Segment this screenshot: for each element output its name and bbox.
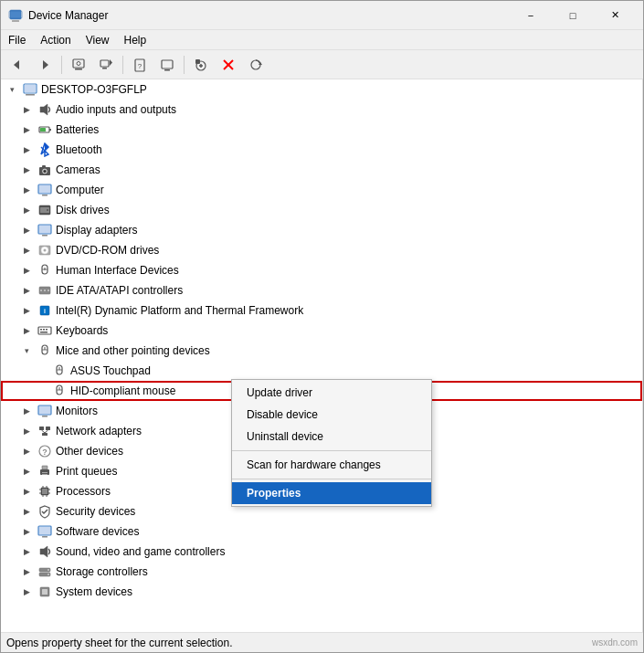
security-icon [37,503,53,520]
batteries-label: Batteries [56,123,99,136]
window-title: Device Manager [28,9,510,22]
display-button[interactable] [154,53,180,77]
tree-item-asus-touchpad[interactable]: ASUS Touchpad [1,361,642,381]
context-menu-update-driver[interactable]: Update driver [232,382,431,404]
svg-rect-0 [10,10,21,19]
expand-intel[interactable]: ▶ [19,303,34,318]
svg-rect-94 [42,536,48,538]
tree-item-display[interactable]: ▶ Display adapters [1,220,642,240]
expand-display[interactable]: ▶ [19,223,34,237]
keyboards-label: Keyboards [56,324,108,337]
touchpad-icon [51,363,68,379]
audio-icon [37,101,53,118]
svg-marker-26 [40,104,48,115]
computer-icon [22,81,38,98]
menu-action[interactable]: Action [33,32,78,48]
svg-rect-60 [40,332,48,333]
svg-marker-4 [43,60,48,69]
sound-label: Sound, video and game controllers [56,545,225,558]
computer-label: Computer [56,184,104,196]
menu-file[interactable]: File [1,32,33,48]
tree-item-audio[interactable]: ▶ Audio inputs and outputs [1,100,642,120]
svg-point-97 [48,569,49,571]
context-menu-uninstall-device[interactable]: Uninstall device [232,426,431,448]
tree-root[interactable]: ▾ DESKTOP-O3FGFLP [1,79,642,100]
expand-bluetooth[interactable]: ▶ [19,142,34,157]
svg-rect-13 [162,60,173,68]
menu-help[interactable]: Help [117,32,154,48]
expand-cameras[interactable]: ▶ [19,163,34,177]
tree-item-mice[interactable]: ▾ Mice and other pointing devices [1,341,642,361]
disk-label: Disk drives [56,204,110,216]
print-icon [37,463,53,479]
close-button[interactable]: ✕ [594,1,636,30]
svg-rect-24 [26,94,35,96]
expand-security[interactable]: ▶ [19,504,34,519]
expand-other[interactable]: ▶ [19,444,34,458]
svg-rect-25 [25,85,36,92]
tree-item-disk[interactable]: ▶ Disk drives [1,200,642,220]
expand-hid[interactable]: ▶ [19,263,34,278]
expand-computer[interactable]: ▶ [19,183,34,197]
bluetooth-label: Bluetooth [56,143,102,156]
tree-item-storage[interactable]: ▶ Storage controllers [1,562,642,582]
expand-mice[interactable]: ▾ [19,343,34,358]
svg-rect-28 [49,129,51,131]
context-menu-scan-hardware[interactable]: Scan for hardware changes [232,454,431,476]
tree-item-bluetooth[interactable]: ▶ Bluetooth [1,140,642,160]
tree-item-hid[interactable]: ▶ Human Interface Devices [1,260,642,280]
expand-root[interactable]: ▾ [5,82,19,97]
back-button[interactable] [5,53,30,77]
expand-processors[interactable]: ▶ [19,484,34,499]
expand-asus[interactable] [34,363,48,378]
svg-rect-80 [42,466,48,469]
keyboard-icon [37,322,53,339]
svg-point-51 [40,290,42,291]
svg-rect-43 [42,235,48,237]
properties-button[interactable] [66,53,91,77]
expand-hid-mouse[interactable] [34,384,48,398]
expand-dvd[interactable]: ▶ [19,243,34,258]
tree-item-cameras[interactable]: ▶ Cameras [1,160,642,180]
context-menu-properties[interactable]: Properties [232,482,431,504]
tree-item-batteries[interactable]: ▶ Batteries [1,120,642,140]
remove-button[interactable] [216,53,241,77]
print-label: Print queues [56,465,117,478]
expand-storage[interactable]: ▶ [19,564,34,579]
tree-item-system[interactable]: ▶ System devices [1,582,642,602]
add-button[interactable] [188,53,214,77]
expand-system[interactable]: ▶ [19,585,34,599]
expand-disk[interactable]: ▶ [19,203,34,217]
computer-device-icon [37,182,53,198]
tree-item-intel[interactable]: ▶ i Intel(R) Dynamic Platform and Therma… [1,300,642,321]
tree-item-keyboards[interactable]: ▶ Keyboards [1,321,642,341]
minimize-button[interactable]: − [510,1,552,30]
expand-batteries[interactable]: ▶ [19,122,34,137]
expand-network[interactable]: ▶ [19,424,34,438]
expand-software[interactable]: ▶ [19,524,34,539]
maximize-button[interactable]: □ [552,1,594,30]
device-tree[interactable]: ▾ DESKTOP-O3FGFLP ▶ [1,79,643,632]
context-menu-disable-device[interactable]: Disable device [232,404,431,426]
forward-button[interactable] [32,53,58,77]
tree-item-dvd[interactable]: ▶ DVD/CD-ROM drives [1,240,642,260]
refresh-button[interactable] [243,53,269,77]
update-button[interactable] [93,53,119,77]
expand-monitors[interactable]: ▶ [19,404,34,418]
tree-item-computer[interactable]: ▶ Computer [1,180,642,200]
expand-ide[interactable]: ▶ [19,283,34,298]
svg-rect-9 [102,68,107,69]
menu-view[interactable]: View [79,32,117,48]
expand-sound[interactable]: ▶ [19,544,34,559]
other-label: Other devices [56,445,123,458]
tree-item-software[interactable]: ▶ Software devices [1,521,642,542]
svg-rect-16 [195,59,200,64]
svg-line-76 [45,430,48,433]
expand-keyboards[interactable]: ▶ [19,323,34,338]
expand-print[interactable]: ▶ [19,464,34,479]
ide-icon [37,282,53,299]
tree-item-ide[interactable]: ▶ IDE ATA/ATAPI controllers [1,280,642,300]
expand-audio[interactable]: ▶ [19,102,34,117]
help-button[interactable]: ? [127,53,153,77]
tree-item-sound[interactable]: ▶ Sound, video and game controllers [1,542,642,562]
